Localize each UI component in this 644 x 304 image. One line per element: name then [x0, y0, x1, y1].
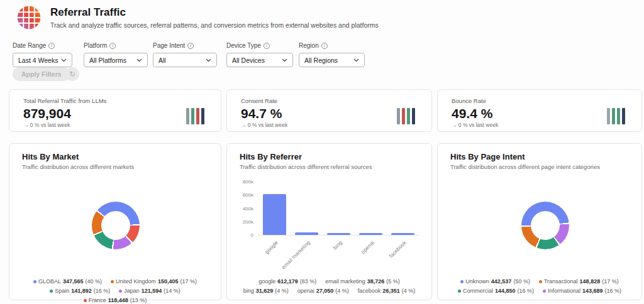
chevron-down-icon [61, 58, 67, 62]
kpi-value: 49.4 % [452, 106, 492, 121]
y-axis-tick: 200k [230, 219, 253, 225]
legend-dot [458, 290, 461, 293]
platform-select[interactable]: All Platforms [84, 53, 148, 67]
legend-dot [111, 280, 114, 283]
y-axis-tick: 0 [230, 232, 253, 238]
filter-label: Platform [84, 42, 107, 49]
panel-title: Hits By Page Intent [450, 152, 525, 161]
legend-item: openai27,050(4 %) [297, 288, 349, 294]
bar-facebook [391, 233, 414, 235]
info-icon[interactable]: i [321, 43, 328, 49]
filter-label: Date Range [13, 42, 46, 49]
bar-openai [359, 233, 382, 235]
page-intent-select[interactable]: All [153, 53, 217, 67]
legend-item: United Kingdom150,405(17 %) [111, 278, 197, 285]
legend-item: google612,179(83 %) [258, 278, 316, 285]
legend-item: GLOBAL347,565(40 %) [33, 278, 102, 285]
legend-dot [119, 290, 122, 293]
panel-title: Hits By Market [22, 152, 79, 161]
filter-label: Region [299, 42, 319, 49]
device-type-select[interactable]: All Devices [226, 53, 293, 67]
panel-hits-by-market: Hits By Market Traffic distribution acro… [9, 143, 221, 300]
apply-filters-button[interactable]: Apply Filters [13, 67, 70, 81]
referrer-bar-chart: 800k600k400k200k0googleemail marketingbi… [227, 180, 431, 274]
legend-item: bing31,629(4 %) [243, 288, 289, 294]
kpi-delta: → 0 % vs last week [241, 122, 287, 128]
legend-dot [33, 280, 36, 283]
panel-subtitle: Traffic distribution across different re… [240, 163, 372, 170]
kpi-value: 879,904 [23, 106, 71, 121]
info-icon[interactable]: i [187, 43, 194, 49]
bar-chart-icon [186, 108, 204, 124]
kpi-label: Total Referral Traffic from LLMs [23, 97, 106, 104]
legend-item: Spain141,892(16 %) [50, 288, 110, 294]
info-icon[interactable]: i [109, 43, 116, 49]
legend-item: Transactional148,828(17 %) [539, 278, 619, 285]
y-axis-tick: 800k [230, 179, 253, 185]
referrer-legend: google612,179(83 %) email marketing38,72… [232, 278, 426, 294]
refresh-icon[interactable]: ↻ [65, 67, 79, 81]
panel-hits-by-page-intent: Hits By Page Intent Traffic distribution… [437, 143, 642, 300]
page-intent-donut-chart [521, 202, 569, 249]
filter-label: Device Type [226, 42, 261, 49]
legend-item: France118,448(13 %) [84, 297, 147, 303]
market-legend: GLOBAL347,565(40 %) United Kingdom150,40… [14, 278, 216, 303]
bar-google [263, 194, 286, 235]
legend-item: Informational143,689(16 %) [543, 288, 621, 294]
info-icon[interactable]: i [48, 43, 55, 49]
kpi-card-consent-rate: Consent Rate 94.7 % → 0 % vs last week [226, 89, 432, 132]
filter-platform: Platformi All Platforms [84, 42, 148, 67]
legend-dot [543, 290, 546, 293]
kpi-delta: → 0 % vs last week [23, 122, 70, 128]
legend-dot [460, 280, 464, 283]
legend-item: Commercial144,850(16 %) [458, 288, 534, 294]
filter-label: Page Intent [153, 42, 185, 49]
bar-chart-icon [607, 108, 625, 124]
filter-device-type: Device Typei All Devices [226, 42, 293, 67]
panel-subtitle: Traffic distribution across different pa… [450, 163, 600, 170]
filter-page-intent: Page Intenti All [153, 42, 217, 67]
legend-item: facebook26,351(4 %) [358, 288, 416, 294]
panel-hits-by-referrer: Hits By Referrer Traffic distribution ac… [226, 143, 432, 300]
bar-email-marketing [295, 232, 318, 235]
kpi-value: 94.7 % [241, 106, 282, 121]
kpi-label: Consent Rate [241, 97, 277, 104]
legend-dot [84, 299, 87, 302]
bar-bing [327, 233, 350, 235]
globe-icon [16, 4, 42, 31]
panel-subtitle: Traffic distribution across different ma… [22, 163, 134, 170]
chevron-down-icon [353, 58, 359, 62]
panel-title: Hits By Referrer [240, 152, 302, 161]
chevron-down-icon [206, 58, 211, 62]
legend-item: Unknown442,537(50 %) [460, 278, 530, 285]
info-icon[interactable]: i [264, 43, 270, 49]
date-range-select[interactable]: Last 4 Weeks [13, 53, 72, 67]
chevron-down-icon [136, 58, 142, 62]
page-intent-legend: Unknown442,537(50 %) Transactional148,82… [443, 278, 636, 294]
chevron-down-icon [282, 58, 287, 62]
market-donut-chart [92, 202, 140, 249]
y-axis-tick: 600k [230, 192, 253, 198]
kpi-card-bounce-rate: Bounce Rate 49.4 % → 0 % vs last week [437, 89, 642, 132]
region-select[interactable]: All Regions [299, 53, 365, 67]
filter-region: Regioni All Regions [299, 42, 365, 67]
x-axis-line [258, 235, 419, 236]
kpi-delta: → 0 % vs last week [452, 122, 498, 128]
legend-dot [539, 280, 542, 283]
legend-item: email marketing38,726(5 %) [325, 278, 400, 285]
y-axis-tick: 400k [230, 206, 253, 212]
legend-dot [50, 290, 53, 293]
kpi-card-total-traffic: Total Referral Traffic from LLMs 879,904… [9, 89, 221, 132]
page-title: Referral Traffic [50, 6, 126, 19]
bar-chart-icon [397, 108, 415, 124]
filter-date-range: Date Rangei Last 4 Weeks [13, 42, 72, 67]
kpi-label: Bounce Rate [452, 97, 486, 104]
legend-item: Japan121,594(14 %) [119, 288, 180, 294]
page-subtitle: Track and analyze traffic sources, refer… [50, 21, 379, 29]
